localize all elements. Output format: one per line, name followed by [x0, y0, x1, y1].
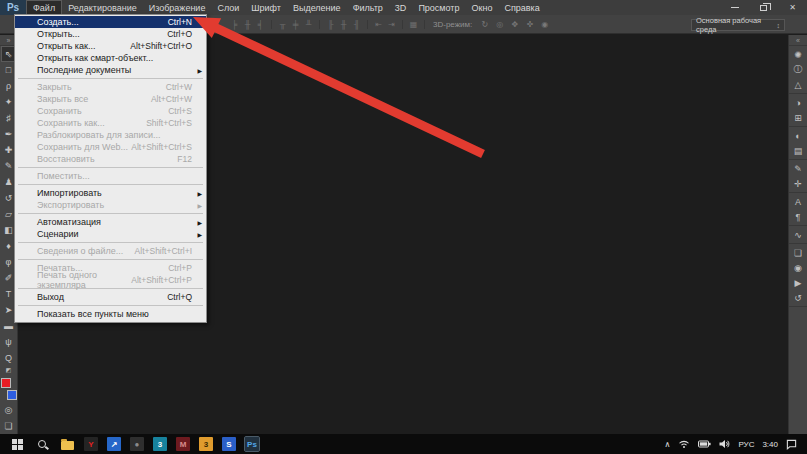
close-button[interactable]: ✕ — [778, 0, 807, 15]
submenu-arrow-icon: ▶ — [197, 231, 202, 238]
search-button[interactable] — [34, 436, 50, 452]
panel-group-7: ❏◉▶↺ — [789, 244, 807, 307]
menu-separator — [18, 78, 203, 79]
info-panel-icon[interactable]: ⓘ — [790, 62, 806, 77]
menu-item-label: Выход — [37, 292, 64, 302]
file-menu-item-unlock-for-editing: Разблокировать для записи... — [15, 129, 206, 141]
3d-panel-icon[interactable]: ✺ — [790, 47, 806, 62]
menubar-item-file[interactable]: Файл — [26, 0, 62, 15]
file-menu-item-open-as[interactable]: Открыть как...Alt+Shift+Ctrl+O — [15, 40, 206, 52]
file-menu-item-scripts[interactable]: Сценарии▶ — [15, 228, 206, 240]
file-menu-item-file-info: Сведения о файле...Alt+Shift+Ctrl+I — [15, 245, 206, 257]
app-icon-red[interactable]: М — [176, 437, 190, 451]
menu-separator — [18, 242, 203, 243]
menubar-item-layers[interactable]: Слои — [211, 0, 245, 15]
menubar-item-3d[interactable]: 3D — [389, 0, 413, 15]
menubar-item-filter[interactable]: Фильтр — [347, 0, 389, 15]
hand-tool[interactable]: ψ — [1, 334, 17, 350]
options-icon-3-3: ╢ — [350, 20, 363, 29]
speaker-icon[interactable] — [719, 439, 730, 449]
language-indicator[interactable]: РУС — [738, 440, 754, 449]
system-tray: ∧ РУС 3:40 — [665, 439, 807, 450]
battery-icon[interactable] — [698, 440, 711, 448]
paragraph-panel-icon[interactable]: ¶ — [790, 209, 806, 224]
file-menu-item-recent-documents[interactable]: Последние документы▶ — [15, 64, 206, 76]
app-icon-dark[interactable]: ● — [130, 437, 144, 451]
character-panel-icon[interactable]: A — [790, 194, 806, 209]
actions-panel-icon[interactable]: ▶ — [790, 275, 806, 290]
menubar-item-image[interactable]: Изображение — [143, 0, 212, 15]
file-menu-item-revert: ВосстановитьF12 — [15, 153, 206, 165]
action-center-icon[interactable] — [786, 439, 797, 450]
windows-taskbar: Y↗●3М3SPs ∧ РУС 3:40 — [0, 434, 807, 454]
zoom-tool[interactable]: Q — [1, 350, 17, 366]
menu-item-label: Сохранить как... — [37, 118, 105, 128]
menubar-item-help[interactable]: Справка — [498, 0, 545, 15]
file-menu-item-show-all-menu-items[interactable]: Показать все пункты меню — [15, 308, 206, 320]
right-panel-dock: « ✺ⓘ△◑⊞◐▤✎✛A¶∿❏◉▶↺ — [788, 35, 807, 434]
3d-mode-icon-4: ✜ — [522, 20, 537, 29]
adjustments-panel-icon[interactable]: ◐ — [790, 128, 806, 143]
file-menu-item-print-one-copy: Печать одного экземпляраAlt+Shift+Ctrl+P — [15, 274, 206, 286]
histogram-panel-icon[interactable]: △ — [790, 77, 806, 92]
quick-mask-button[interactable]: ◎ — [1, 402, 17, 418]
menu-item-shortcut: F12 — [177, 154, 192, 164]
color-panel-icon[interactable]: ◑ — [790, 95, 806, 110]
file-explorer-button[interactable] — [59, 436, 75, 452]
menubar-item-view[interactable]: Просмотр — [412, 0, 465, 15]
app-icon-orange[interactable]: 3 — [199, 437, 213, 451]
menu-item-shortcut: Alt+Ctrl+W — [151, 94, 192, 104]
app-icon-s-blue[interactable]: S — [222, 437, 236, 451]
minimize-button[interactable] — [720, 0, 749, 15]
menubar-item-edit[interactable]: Редактирование — [62, 0, 143, 15]
panel-group-1: ✺ⓘ△ — [789, 46, 807, 94]
menu-item-shortcut: Alt+Shift+Ctrl+P — [131, 275, 192, 285]
menubar-item-type[interactable]: Шрифт — [245, 0, 287, 15]
start-button[interactable] — [9, 436, 25, 452]
3d-mode-icon-1: ↻ — [477, 20, 492, 29]
menu-item-label: Закрыть — [37, 82, 72, 92]
taskbar-apps: Y↗●3М3SPs — [0, 436, 259, 452]
file-menu-item-import[interactable]: Импортировать▶ — [15, 187, 206, 199]
workspace-dropdown[interactable]: Основная рабочая среда ↕ — [691, 19, 785, 31]
menubar-item-select[interactable]: Выделение — [287, 0, 347, 15]
3d-mode-label: 3D-режим: — [433, 20, 472, 29]
history-panel-icon[interactable]: ↺ — [790, 290, 806, 305]
file-menu-item-save-as: Сохранить как...Shift+Ctrl+S — [15, 117, 206, 129]
background-color-swatch[interactable] — [7, 390, 17, 400]
options-icon-4-2: ⇥ — [385, 20, 398, 29]
tool-presets-panel-icon[interactable]: ✛ — [790, 176, 806, 191]
file-menu-item-close-all: Закрыть всеAlt+Ctrl+W — [15, 93, 206, 105]
app-icon-blue[interactable]: ↗ — [107, 437, 121, 451]
tray-expand-chevron[interactable]: ∧ — [665, 440, 671, 449]
screen-mode-button[interactable]: ❏ — [1, 418, 17, 434]
submenu-arrow-icon: ▶ — [197, 67, 202, 74]
layers-panel-icon[interactable]: ❏ — [790, 245, 806, 260]
default-colors-icon[interactable]: ◩ — [1, 366, 17, 374]
file-menu-item-exit[interactable]: ВыходCtrl+Q — [15, 291, 206, 303]
channels-panel-icon[interactable]: ◉ — [790, 260, 806, 275]
character-styles-panel-icon[interactable]: ∿ — [790, 227, 806, 242]
submenu-arrow-icon: ▶ — [197, 190, 202, 197]
photoshop-taskbar-icon[interactable]: Ps — [245, 437, 259, 451]
file-menu-item-automate[interactable]: Автоматизация▶ — [15, 216, 206, 228]
foreground-color-swatch[interactable] — [1, 378, 11, 388]
menu-item-label: Закрыть все — [37, 94, 88, 104]
file-menu-item-open-smart-object[interactable]: Открыть как смарт-объект... — [15, 52, 206, 64]
restore-button[interactable] — [749, 0, 778, 15]
brush-presets-panel-icon[interactable]: ✎ — [790, 161, 806, 176]
wifi-icon[interactable] — [678, 439, 690, 449]
close-icon: ✕ — [789, 3, 796, 12]
menubar-item-window[interactable]: Окно — [465, 0, 498, 15]
menu-item-shortcut: Ctrl+N — [168, 17, 192, 27]
file-menu-item-new[interactable]: Создать...Ctrl+N — [15, 16, 206, 28]
3dsmax-icon[interactable]: 3 — [153, 437, 167, 451]
menu-separator — [18, 167, 203, 168]
clock[interactable]: 3:40 — [762, 440, 778, 449]
file-menu-item-open[interactable]: Открыть...Ctrl+O — [15, 28, 206, 40]
swatches-panel-icon[interactable]: ⊞ — [790, 110, 806, 125]
panel-dock-collapse-button[interactable]: « — [789, 35, 807, 46]
yandex-browser-icon[interactable]: Y — [84, 437, 98, 451]
options-icon-1-1: ╞ — [228, 20, 241, 29]
layer-comps-panel-icon[interactable]: ▤ — [790, 143, 806, 158]
